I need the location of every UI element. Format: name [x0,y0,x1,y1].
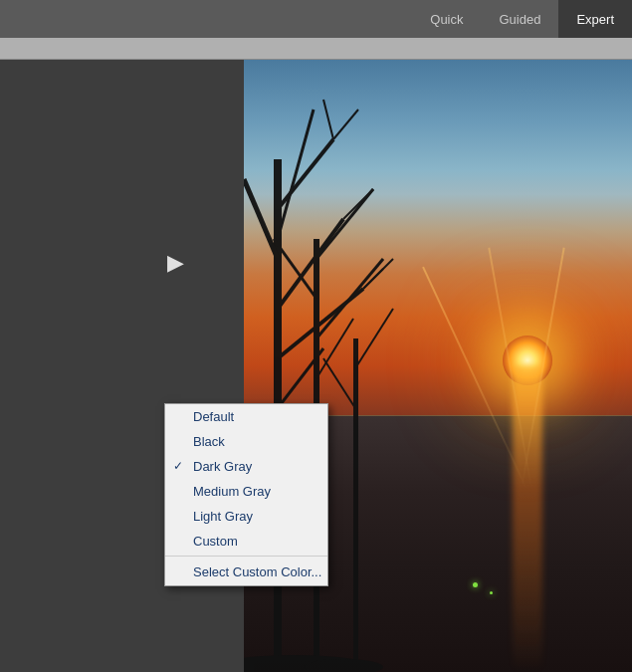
svg-line-16 [363,269,383,289]
top-bar: Quick Guided Expert [0,0,632,38]
svg-line-13 [323,100,333,139]
context-menu: Default Black Dark Gray Medium Gray Ligh… [164,403,328,586]
menu-item-medium-gray[interactable]: Medium Gray [165,479,327,504]
svg-line-11 [316,319,353,378]
menu-item-select-custom-color[interactable]: Select Custom Color... [165,559,327,585]
svg-line-8 [316,189,373,259]
svg-line-9 [274,239,316,299]
svg-line-6 [278,348,323,408]
svg-line-3 [278,219,343,309]
svg-line-5 [278,289,363,358]
green-light-1 [473,582,478,587]
tab-guided[interactable]: Guided [482,0,559,38]
main-area: ▶ Default Black Dark Gray Medium Gray Li… [0,60,632,672]
svg-line-12 [333,110,358,139]
tab-quick[interactable]: Quick [412,0,481,38]
svg-line-2 [244,179,278,259]
svg-line-4 [278,110,314,239]
menu-divider [165,556,327,557]
menu-item-dark-gray[interactable]: Dark Gray [165,454,327,479]
tab-expert[interactable]: Expert [558,0,632,38]
left-panel: ▶ Default Black Dark Gray Medium Gray Li… [0,60,244,672]
svg-line-18 [355,309,393,368]
svg-line-15 [363,259,393,289]
svg-line-10 [316,259,383,338]
menu-item-default[interactable]: Default [165,404,327,429]
svg-line-14 [343,189,373,219]
mouse-cursor-icon: ▶ [167,252,184,274]
menu-item-black[interactable]: Black [165,429,327,454]
menu-item-light-gray[interactable]: Light Gray [165,504,327,529]
menu-item-custom[interactable]: Custom [165,529,327,554]
svg-line-19 [323,358,355,408]
secondary-bar [0,38,632,60]
green-light-2 [490,591,493,594]
svg-line-1 [278,139,333,209]
